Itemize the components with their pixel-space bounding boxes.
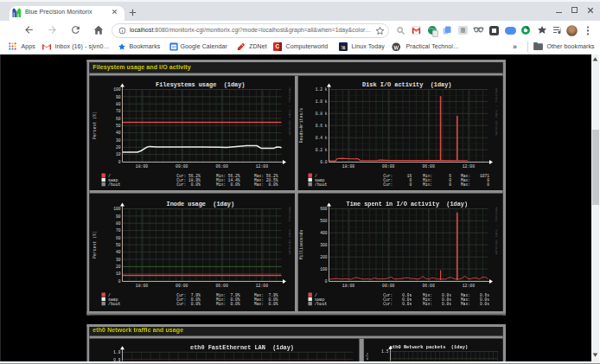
svg-text:10: 10 [116,152,121,156]
svg-text:1.0 k: 1.0 k [316,99,328,104]
svg-text:Cur: 0: Cur: 0 [383,182,412,187]
svg-text:50: 50 [116,243,121,247]
svg-text:60: 60 [116,236,121,240]
svg-text:12:00: 12:00 [463,284,476,288]
svg-text:60: 60 [116,117,121,121]
svg-text:00:00: 00:00 [382,164,395,169]
svg-text:0.6 k: 0.6 k [316,124,328,128]
svg-text:500: 500 [320,219,328,223]
svg-text:/boot: /boot [315,302,328,306]
svg-text:200: 200 [320,255,328,259]
svg-text:12:00: 12:00 [256,284,269,288]
svg-text:20: 20 [116,265,121,269]
svg-text:Cur: 0.0%: Cur: 0.0% [176,302,201,306]
svg-text:06:00: 06:00 [422,164,435,169]
svg-text:90: 90 [116,95,121,99]
svg-text:18:00: 18:00 [342,284,355,288]
svg-text:18:00: 18:00 [136,284,149,288]
svg-text:12:00: 12:00 [256,164,269,169]
svg-text:/boot: /boot [315,182,328,187]
svg-text:Max: 0: Max: 0 [461,182,489,187]
svg-text:70: 70 [116,109,121,113]
svg-text:06:00: 06:00 [215,164,228,169]
svg-text:eth0 FastEthernet LAN (1day): eth0 FastEthernet LAN (1day) [190,344,294,351]
svg-text:RRDTOOL / TOBI OETIKER: RRDTOOL / TOBI OETIKER [288,208,291,256]
svg-text:12:00: 12:00 [463,164,476,169]
svg-text:Min: 0.0s: Min: 0.0s [423,302,451,306]
svg-text:18:00: 18:00 [136,164,149,169]
svg-text:Percent (%): Percent (%) [93,231,97,259]
svg-text:0.4 k: 0.4 k [316,136,328,140]
svg-text:06:00: 06:00 [215,284,228,288]
svg-text:eth0 Network packets (1day): eth0 Network packets (1day) [390,345,469,350]
svg-text:80: 80 [116,102,121,106]
svg-text:20: 20 [116,145,121,150]
svg-text:Cur: 0.0%: Cur: 0.0% [176,182,201,187]
svg-text:00:00: 00:00 [176,284,188,288]
svg-text:0.8 k: 0.8 k [316,112,328,116]
svg-text:RRDTOOL / TOBI OETIKER: RRDTOOL / TOBI OETIKER [495,208,498,256]
svg-text:400: 400 [320,231,328,235]
svg-text:40: 40 [116,250,121,254]
svg-text:50: 50 [116,124,121,128]
svg-text:Reads+Writes/s: Reads+Writes/s [299,108,303,143]
svg-text:0.0: 0.0 [320,160,328,164]
svg-text:100: 100 [113,207,121,211]
svg-text:0: 0 [118,279,121,284]
svg-text:100: 100 [320,267,328,271]
svg-text:Cur: 0.0s: Cur: 0.0s [383,302,412,306]
svg-text:90: 90 [116,214,121,219]
svg-text:Filesystems usage (1day): Filesystems usage (1day) [156,81,245,88]
svg-text:/boot: /boot [108,182,121,187]
svg-text:Min: 0.0%: Min: 0.0% [216,182,240,187]
svg-text:Milliseconds: Milliseconds [299,230,303,260]
svg-text:0: 0 [118,160,121,164]
svg-text:0.2 k: 0.2 k [316,148,328,152]
svg-text:600: 600 [320,207,328,211]
svg-text:1.0: 1.0 [113,350,121,354]
svg-text:300: 300 [320,243,328,247]
svg-text:Filesystem usage and I/O activ: Filesystem usage and I/O activity [93,64,190,71]
svg-text:K/s: K/s [365,353,369,360]
svg-text:Min: 0.0%: Min: 0.0% [216,302,240,306]
svg-text:Max: 0.0%: Max: 0.0% [254,182,278,187]
svg-text:70: 70 [116,228,121,233]
svg-text:00:00: 00:00 [176,164,188,169]
svg-text:0: 0 [325,279,328,284]
svg-text:Disk I/O activity (1day): Disk I/O activity (1day) [362,81,451,88]
svg-text:Min: 0: Min: 0 [423,182,451,187]
svg-text:30: 30 [116,138,121,143]
svg-text:Inode usage (1day): Inode usage (1day) [167,201,235,208]
svg-text:18:00: 18:00 [342,164,355,169]
svg-text:eth0 Network traffic and usage: eth0 Network traffic and usage [93,327,183,334]
svg-text:1.5: 1.5 [381,349,389,354]
svg-text:/boot: /boot [108,302,121,306]
svg-text:Percent (%): Percent (%) [93,112,97,139]
svg-text:00:00: 00:00 [382,284,395,288]
svg-text:RRDTOOL / TOBI OETIKER: RRDTOOL / TOBI OETIKER [288,88,291,137]
svg-text:10: 10 [116,271,121,276]
svg-text:Time spent in I/O activity (1: Time spent in I/O activity (1day) [347,201,469,208]
svg-text:Max: 0.0s: Max: 0.0s [461,302,489,306]
svg-text:40: 40 [116,131,121,135]
svg-text:1.2 k: 1.2 k [316,87,328,92]
svg-text:Max: 0.0%: Max: 0.0% [254,302,278,306]
svg-text:30: 30 [116,258,121,262]
svg-text:06:00: 06:00 [422,284,435,288]
svg-text:80: 80 [116,221,121,226]
svg-text:RRDTOOL / TOBI OETIKER: RRDTOOL / TOBI OETIKER [495,88,498,137]
svg-text:100: 100 [113,87,121,92]
